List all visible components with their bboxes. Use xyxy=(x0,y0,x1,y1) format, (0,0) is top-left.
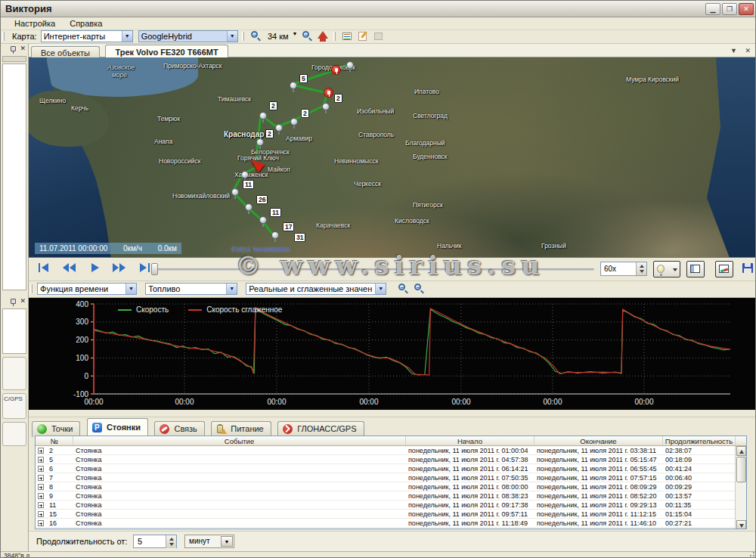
close-icon[interactable]: ✕ xyxy=(20,45,26,52)
restore-button[interactable]: ❐ xyxy=(722,3,737,15)
chevron-down-icon[interactable] xyxy=(673,268,677,271)
play-button[interactable] xyxy=(86,262,104,277)
tab-stops[interactable]: PСтоянки xyxy=(87,418,148,436)
title-bar[interactable]: Виктория ▁ ❐ ✕ xyxy=(1,1,756,17)
collapsed-group-box[interactable]: С/GPS xyxy=(2,393,26,419)
table-row[interactable]: 2Стоянкапонедельник, 11 июля 2011 г. 01:… xyxy=(36,446,736,455)
table-row[interactable]: 16Стоянкапонедельник, 11 июля 2011 г. 11… xyxy=(36,519,736,528)
scroll-up-icon[interactable] xyxy=(736,446,746,456)
table-row[interactable]: 8Стоянкапонедельник, 11 июля 2011 г. 08:… xyxy=(36,482,736,491)
col-header-start[interactable]: Начало xyxy=(406,436,534,445)
track-point-marker-icon[interactable] xyxy=(245,203,253,211)
chart-zoom-in-icon[interactable] xyxy=(396,283,410,295)
scroll-down-icon[interactable] xyxy=(736,520,746,529)
col-header-end[interactable]: Окончание xyxy=(534,436,663,445)
zoom-out-icon[interactable] xyxy=(300,30,314,42)
col-header-num[interactable]: № xyxy=(36,436,73,445)
home-extent-icon[interactable] xyxy=(316,30,330,42)
chevron-down-icon[interactable]: ▼ xyxy=(226,284,237,294)
chevron-down-icon[interactable]: ▼ xyxy=(125,284,136,294)
edit-notes-icon[interactable] xyxy=(356,30,370,42)
tab-close-icon[interactable]: ✕ xyxy=(745,47,751,54)
tab-glonass-gps[interactable]: ГЛОНАСС/GPS xyxy=(277,421,364,437)
horizontal-splitter[interactable] xyxy=(29,410,756,417)
chart-toggle-button[interactable] xyxy=(715,261,733,277)
spinner-arrows-icon[interactable] xyxy=(636,262,646,275)
chevron-down-icon[interactable]: ▼ xyxy=(375,284,386,294)
map-view[interactable]: АзовскоемореПриморско-АхтарскТимашевскКр… xyxy=(29,57,756,258)
track-number-badge[interactable]: 2 xyxy=(269,101,277,110)
table-row[interactable]: 17Стоянкапонедельник, 11 июля 2011 г. 11… xyxy=(36,528,736,529)
track-number-badge[interactable]: 11 xyxy=(270,208,281,217)
resize-grip[interactable] xyxy=(748,552,755,558)
table-row[interactable]: 9Стоянкапонедельник, 11 июля 2011 г. 08:… xyxy=(36,491,736,501)
duration-unit-combo[interactable]: минут ▼ xyxy=(184,535,234,548)
collapsed-group-box[interactable] xyxy=(2,357,26,390)
map-scale-value[interactable]: 34 км xyxy=(268,32,289,41)
tab-list-chevron-icon[interactable]: ▼ xyxy=(730,47,737,54)
col-header-event[interactable]: Событие xyxy=(73,436,406,445)
values-mode-combo[interactable]: Реальные и сглаженные значен ▼ xyxy=(246,283,386,295)
skip-start-button[interactable] xyxy=(35,262,53,277)
chevron-down-icon[interactable]: ▼ xyxy=(122,31,132,42)
track-point-marker-icon[interactable] xyxy=(346,61,354,69)
map-provider-combo[interactable]: GoogleHybrid ▼ xyxy=(138,30,238,42)
row-expander-icon[interactable] xyxy=(38,466,44,472)
track-number-badge[interactable]: 2 xyxy=(265,129,274,138)
scrollbar-thumb[interactable] xyxy=(736,457,746,482)
track-point-marker-icon[interactable] xyxy=(275,124,283,132)
table-row[interactable]: 15Стоянкапонедельник, 11 июля 2011 г. 09… xyxy=(36,510,736,519)
track-number-badge[interactable]: 2 xyxy=(301,109,309,118)
row-expander-icon[interactable] xyxy=(38,475,44,481)
chevron-down-icon[interactable]: ▼ xyxy=(227,31,237,42)
speed-chart[interactable]: 4003002001000-10000:0000:0000:0000:0000:… xyxy=(29,298,756,410)
tab-communication[interactable]: Связь xyxy=(154,421,204,437)
fuel-stop-marker-icon[interactable] xyxy=(331,65,341,75)
track-point-marker-icon[interactable] xyxy=(290,118,298,126)
table-row[interactable]: 5Стоянкапонедельник, 11 июля 2011 г. 04:… xyxy=(36,455,736,464)
tab-track-volvo[interactable]: Трек Volvo FE320 Т666МТ xyxy=(105,45,228,57)
table-row[interactable]: 7Стоянкапонедельник, 11 июля 2011 г. 07:… xyxy=(36,473,736,482)
track-number-badge[interactable]: 26 xyxy=(256,195,268,204)
chart-zoom-out-icon[interactable] xyxy=(412,283,426,295)
pin-icon[interactable] xyxy=(11,46,16,51)
time-function-combo[interactable]: Функция времени ▼ xyxy=(37,283,137,295)
row-expander-icon[interactable] xyxy=(38,511,44,517)
tab-power[interactable]: Питание xyxy=(211,421,271,437)
duration-value-spinner[interactable]: 5 xyxy=(133,535,177,548)
row-expander-icon[interactable] xyxy=(38,484,44,490)
spinner-arrows-icon[interactable] xyxy=(166,535,176,548)
collapsed-group-box[interactable] xyxy=(2,422,26,446)
track-number-badge[interactable]: 11 xyxy=(243,180,254,189)
track-point-marker-icon[interactable] xyxy=(241,171,249,178)
fuel-stop-marker-icon[interactable] xyxy=(324,88,333,98)
track-number-badge[interactable]: 2 xyxy=(334,94,342,103)
row-expander-icon[interactable] xyxy=(38,493,44,499)
table-row[interactable]: 11Стоянкапонедельник, 11 июля 2011 г. 09… xyxy=(36,501,736,510)
col-header-duration[interactable]: Продолжительность xyxy=(663,436,736,445)
track-number-badge[interactable]: 31 xyxy=(294,233,305,242)
rewind-button[interactable] xyxy=(60,262,79,277)
map-source-combo[interactable]: Интернет-карты ▼ xyxy=(41,30,133,42)
track-point-marker-icon[interactable] xyxy=(259,112,267,119)
timeline-slider-track[interactable] xyxy=(156,268,594,271)
legend-list-icon[interactable] xyxy=(340,30,354,42)
track-point-marker-icon[interactable] xyxy=(290,82,297,89)
menu-settings[interactable]: Настройка xyxy=(8,17,61,29)
chevron-down-icon[interactable]: ▼ xyxy=(293,31,298,36)
tab-all-objects[interactable]: Все объекты xyxy=(31,46,100,58)
track-number-badge[interactable]: 5 xyxy=(299,74,308,83)
table-row[interactable]: 6Стоянкапонедельник, 11 июля 2011 г. 06:… xyxy=(36,464,736,473)
close-icon[interactable]: ✕ xyxy=(20,298,26,305)
row-expander-icon[interactable] xyxy=(38,457,44,463)
row-expander-icon[interactable] xyxy=(38,448,44,454)
table-scrollbar[interactable] xyxy=(735,446,746,529)
fast-forward-button[interactable] xyxy=(110,262,129,277)
track-point-marker-icon[interactable] xyxy=(259,216,267,224)
track-point-marker-icon[interactable] xyxy=(322,103,330,110)
chart-canvas[interactable]: 4003002001000-10000:0000:0000:0000:0000:… xyxy=(29,298,756,410)
playback-speed-spinner[interactable]: 60x xyxy=(600,262,647,276)
pin-icon[interactable] xyxy=(11,299,16,304)
close-button[interactable]: ✕ xyxy=(739,3,754,15)
track-light-button[interactable] xyxy=(653,261,680,277)
